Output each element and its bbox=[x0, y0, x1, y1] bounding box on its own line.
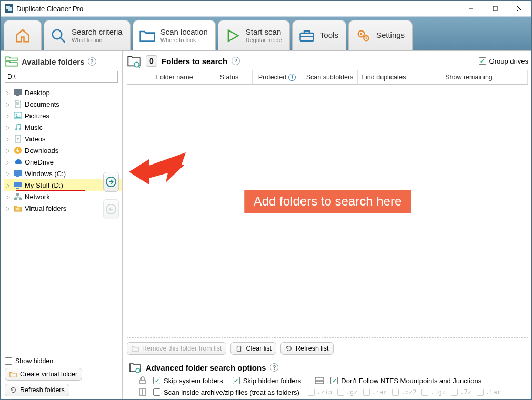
folder-settings-icon bbox=[129, 362, 142, 373]
expander-icon[interactable]: ▷ bbox=[5, 194, 11, 200]
svg-point-35 bbox=[134, 62, 139, 67]
expander-icon[interactable]: ▷ bbox=[5, 101, 11, 107]
expander-icon[interactable]: ▷ bbox=[5, 113, 11, 119]
ext-checkbox[interactable]: .tgz bbox=[421, 388, 446, 396]
ext-checkbox[interactable]: .7z bbox=[451, 388, 471, 396]
tab-home[interactable] bbox=[4, 20, 42, 50]
remove-from-list-button[interactable]: Remove this folder from list bbox=[127, 342, 226, 355]
expander-icon[interactable]: ▷ bbox=[5, 182, 11, 188]
available-folders-pane: Available folders ? ▷Desktop▷Documents▷P… bbox=[1, 51, 123, 399]
grid-header: Folder name Status Protectedi Scan subfo… bbox=[127, 70, 528, 85]
col-scan-sub[interactable]: Scan subfolders bbox=[302, 70, 358, 84]
refresh-list-button[interactable]: Refresh list bbox=[280, 342, 334, 355]
ext-checkbox[interactable]: .bz2 bbox=[392, 388, 416, 396]
expander-icon[interactable]: ▷ bbox=[5, 148, 11, 153]
add-folder-button[interactable] bbox=[103, 172, 119, 192]
tab-start[interactable]: Start scanRegular mode bbox=[218, 20, 290, 50]
svg-point-37 bbox=[136, 368, 140, 373]
folder-search-icon bbox=[127, 54, 142, 68]
create-virtual-folder-button[interactable]: Create virtual folder bbox=[5, 368, 82, 381]
svg-rect-38 bbox=[140, 380, 145, 384]
gear-icon bbox=[354, 27, 372, 45]
info-icon[interactable]: i bbox=[288, 74, 296, 81]
drive-icon bbox=[13, 181, 23, 189]
skip-system-checkbox[interactable]: Skip system folders bbox=[153, 377, 223, 385]
scan-archive-checkbox[interactable]: Scan inside archive/zip files (treat as … bbox=[153, 388, 299, 396]
tree-item[interactable]: ▷Pictures bbox=[4, 110, 122, 121]
help-icon[interactable]: ? bbox=[270, 363, 278, 372]
col-find-dup[interactable]: Find duplicates bbox=[358, 70, 410, 84]
ext-checkbox[interactable]: .rar bbox=[363, 388, 387, 396]
ext-checkbox[interactable]: .tar bbox=[477, 388, 501, 396]
tab-sublabel: Where to look bbox=[160, 37, 208, 43]
tab-tools[interactable]: Tools bbox=[292, 20, 346, 50]
svg-point-20 bbox=[16, 114, 17, 116]
vfolder-icon bbox=[13, 204, 23, 212]
col-status[interactable]: Status bbox=[206, 70, 253, 84]
ext-checkbox[interactable]: .gz bbox=[337, 388, 358, 396]
close-button[interactable] bbox=[507, 1, 531, 16]
help-icon[interactable]: ? bbox=[232, 57, 240, 65]
video-icon bbox=[13, 135, 23, 143]
window-title: Duplicate Cleaner Pro bbox=[16, 5, 83, 13]
col-show-remaining[interactable]: Show remaining bbox=[410, 70, 528, 84]
svg-rect-40 bbox=[315, 381, 324, 384]
advanced-options: Advanced folder search options ? Skip sy… bbox=[127, 358, 528, 396]
tab-settings[interactable]: Settings bbox=[348, 20, 413, 50]
col-protected[interactable]: Protectedi bbox=[253, 70, 302, 84]
svg-point-21 bbox=[15, 128, 17, 130]
svg-rect-26 bbox=[16, 176, 19, 177]
remove-folder-button[interactable] bbox=[103, 199, 119, 219]
svg-point-7 bbox=[53, 29, 62, 39]
expander-icon[interactable]: ▷ bbox=[5, 171, 11, 177]
network-icon bbox=[13, 192, 23, 201]
tree-item[interactable]: ▷Videos bbox=[4, 133, 122, 145]
ntfs-checkbox[interactable]: Don't Follow NTFS Mountpoints and Juncti… bbox=[330, 377, 481, 385]
tree-item[interactable]: ▷Downloads bbox=[4, 145, 122, 156]
music-icon bbox=[13, 123, 23, 131]
folder-tree[interactable]: ▷Desktop▷Documents▷Pictures▷Music▷Videos… bbox=[4, 85, 122, 354]
drive-icon bbox=[315, 377, 324, 384]
app-icon bbox=[5, 4, 13, 13]
svg-rect-16 bbox=[16, 95, 19, 96]
skip-hidden-checkbox[interactable]: Skip hidden folders bbox=[233, 377, 302, 385]
expander-icon[interactable]: ▷ bbox=[5, 125, 11, 130]
tab-location[interactable]: Scan locationWhere to look bbox=[133, 20, 216, 50]
folder-count: 0 bbox=[146, 55, 157, 67]
svg-rect-27 bbox=[14, 182, 22, 187]
svg-rect-29 bbox=[14, 198, 17, 200]
tree-item[interactable]: ▷Desktop bbox=[4, 87, 122, 98]
tree-item[interactable]: ▷OneDrive bbox=[4, 156, 122, 168]
expander-icon[interactable]: ▷ bbox=[5, 159, 11, 165]
path-input[interactable] bbox=[5, 71, 118, 83]
clear-list-button[interactable]: Clear list bbox=[230, 342, 276, 355]
titlebar: Duplicate Cleaner Pro bbox=[1, 1, 531, 16]
expander-icon[interactable]: ▷ bbox=[5, 206, 11, 211]
minimize-button[interactable] bbox=[459, 1, 483, 16]
tree-item-label: Desktop bbox=[25, 89, 50, 97]
expander-icon[interactable]: ▷ bbox=[5, 136, 11, 142]
tab-sublabel: What to find bbox=[72, 37, 123, 43]
tab-criteria[interactable]: Search criteriaWhat to find bbox=[44, 20, 131, 50]
col-folder[interactable]: Folder name bbox=[143, 70, 206, 84]
help-icon[interactable]: ? bbox=[88, 57, 96, 66]
svg-line-36 bbox=[138, 67, 140, 68]
tree-item[interactable]: ▷Documents bbox=[4, 98, 122, 110]
tab-strip: Search criteriaWhat to find Scan locatio… bbox=[1, 16, 531, 50]
svg-point-14 bbox=[365, 37, 367, 39]
show-hidden-checkbox[interactable]: Show hidden bbox=[5, 357, 118, 365]
folder-icon bbox=[138, 27, 156, 45]
pane-title: Available folders bbox=[22, 57, 85, 66]
tab-label: Search criteria bbox=[72, 28, 123, 37]
svg-rect-30 bbox=[19, 198, 22, 200]
group-drives-checkbox[interactable]: Group drives bbox=[479, 57, 528, 65]
ext-checkbox[interactable]: .zip bbox=[308, 388, 332, 396]
tab-label: Tools bbox=[320, 31, 338, 40]
maximize-button[interactable] bbox=[483, 1, 507, 16]
refresh-folders-button[interactable]: Refresh folders bbox=[5, 384, 69, 396]
tree-item[interactable]: ▷Music bbox=[4, 121, 122, 133]
svg-point-12 bbox=[360, 33, 363, 35]
tree-item-label: Virtual folders bbox=[25, 204, 66, 212]
expander-icon[interactable]: ▷ bbox=[5, 90, 11, 96]
grid-body[interactable]: Add folders to search here bbox=[127, 85, 528, 338]
